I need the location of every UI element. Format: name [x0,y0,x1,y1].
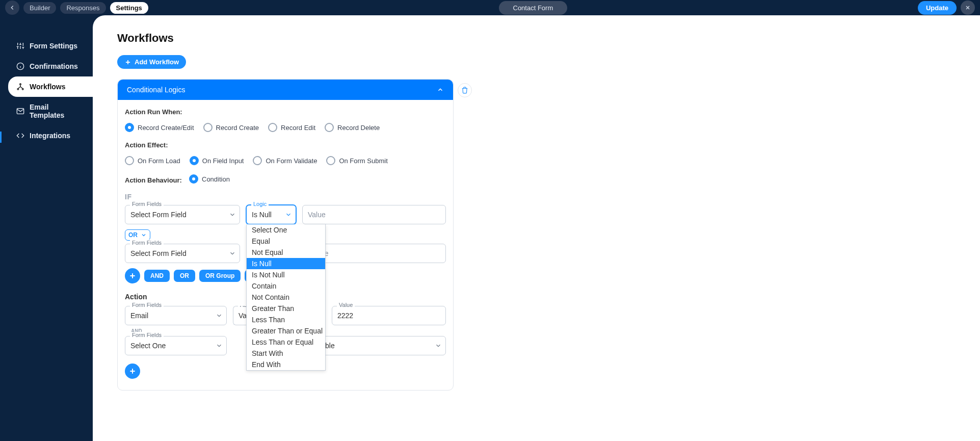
logic-option[interactable]: Contain [247,280,325,292]
logic-option[interactable]: Less Than [247,314,325,325]
run-when-radio-3[interactable]: Record Delete [325,123,380,132]
sidebar-item-email-templates[interactable]: Email Templates [0,97,93,125]
if-form-field-select-2[interactable]: Select Form Field [125,244,240,263]
logic-option[interactable]: Not Equal [247,247,325,258]
tab-responses[interactable]: Responses [60,2,105,14]
action-value-select-2[interactable]: Disable [305,336,446,355]
radio-dot-icon [125,156,134,165]
behaviour-radio-0[interactable]: Condition [189,174,230,184]
chevron-down-icon [141,232,147,238]
and-button[interactable]: AND [144,270,170,282]
run-when-radio-2[interactable]: Record Edit [268,123,315,132]
add-condition-button[interactable] [125,268,140,283]
radio-dot-icon [325,123,334,132]
close-icon [965,5,971,11]
back-button[interactable] [5,1,19,15]
add-workflow-button[interactable]: Add Workflow [117,55,186,69]
if-logic-select-1[interactable]: Is Null [246,205,296,224]
mail-icon [16,107,24,115]
tab-builder[interactable]: Builder [23,2,56,14]
radio-label: On Form Validate [266,157,317,165]
trash-icon [461,87,468,94]
plus-icon [128,272,137,280]
run-when-label: Action Run When: [125,108,182,116]
sidebar-item-form-settings[interactable]: Form Settings [0,36,93,56]
page-title: Workflows [117,32,956,45]
or-group-button[interactable]: OR Group [199,270,241,282]
radio-dot-icon [190,156,199,165]
logic-option[interactable]: Greater Than or Equal [247,325,325,336]
code-icon [16,132,24,140]
logic-dropdown-menu[interactable]: Select OneEqualNot EqualIs NullIs Not Nu… [246,224,326,371]
delete-workflow-button[interactable] [458,83,472,97]
flow-icon [16,83,24,91]
run-when-radio-0[interactable]: Record Create/Edit [125,123,194,132]
radio-label: Record Create/Edit [138,124,194,132]
logic-option[interactable]: End With [247,359,325,370]
logic-option[interactable]: Select One [247,224,325,236]
effect-radio-3[interactable]: On Form Submit [326,156,387,165]
tab-settings[interactable]: Settings [110,2,148,14]
action-form-field-select-2[interactable]: Select One [125,336,227,355]
sidebar-item-label: Workflows [30,83,66,91]
radio-label: On Form Load [138,157,180,165]
card-header[interactable]: Conditional Logics [118,80,453,100]
info-icon [16,62,24,70]
effect-radio-0[interactable]: On Form Load [125,156,180,165]
radio-dot-icon [326,156,335,165]
run-when-radio-1[interactable]: Record Create [203,123,259,132]
svg-point-1 [20,84,21,85]
logic-option[interactable]: Is Null [247,258,325,269]
add-workflow-label: Add Workflow [135,58,179,66]
behaviour-label: Action Behaviour: [125,176,182,184]
logic-option[interactable]: Greater Than [247,303,325,314]
logic-option[interactable]: Equal [247,236,325,247]
if-heading: IF [125,193,446,201]
effect-radio-1[interactable]: On Field Input [190,156,244,165]
radio-dot-icon [189,174,198,184]
close-button[interactable] [961,1,975,15]
radio-label: On Form Submit [339,157,387,165]
logic-option[interactable]: Is Not Null [247,269,325,280]
action-form-field-select-1[interactable]: Email [125,306,227,325]
if-form-field-select-1[interactable]: Select Form Field [125,205,240,224]
sliders-icon [16,42,24,50]
logic-option[interactable]: Less Than or Equal [247,336,325,348]
radio-label: On Field Input [202,157,244,165]
sidebar-item-label: Integrations [30,132,70,140]
or-button[interactable]: OR [174,270,195,282]
sidebar-item-label: Confirmations [30,62,78,70]
effect-label: Action Effect: [125,141,169,149]
if-value-input-1[interactable] [302,205,446,224]
radio-label: Condition [202,175,230,183]
plus-icon [128,367,137,375]
or-connector-pill[interactable]: OR [125,229,150,241]
svg-point-3 [22,88,23,90]
chevron-up-icon [437,86,444,93]
action-value-label: Value [337,302,355,308]
sidebar: Form Settings Confirmations Workflows Em… [0,15,93,441]
effect-radio-2[interactable]: On Form Validate [253,156,317,165]
radio-label: Record Create [216,124,259,132]
logic-option[interactable]: Start With [247,348,325,359]
sidebar-item-integrations[interactable]: Integrations [0,125,93,146]
action-value-input-1[interactable] [332,306,446,325]
radio-dot-icon [268,123,277,132]
radio-dot-icon [125,123,134,132]
sidebar-item-confirmations[interactable]: Confirmations [0,56,93,76]
form-fields-label: Form Fields [130,240,164,246]
form-title-pill: Contact Form [499,1,568,15]
add-action-button[interactable] [125,364,140,379]
update-button[interactable]: Update [918,1,957,15]
arrow-left-icon [9,4,16,11]
radio-label: Record Edit [281,124,315,132]
sidebar-item-workflows[interactable]: Workflows [8,76,93,97]
svg-point-2 [17,88,19,90]
radio-dot-icon [253,156,262,165]
logic-option[interactable]: Not Contain [247,292,325,303]
sidebar-item-label: Form Settings [30,42,77,50]
logic-label: Logic [251,201,269,207]
main-content: Workflows Add Workflow Conditional Logic… [93,15,980,441]
radio-label: Record Delete [337,124,380,132]
card-header-title: Conditional Logics [127,86,185,94]
